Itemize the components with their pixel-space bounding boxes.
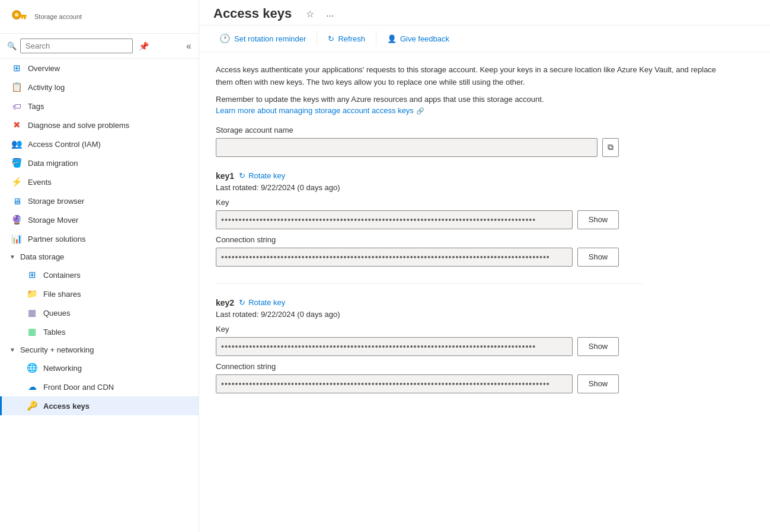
sidebar-item-label: Diagnose and solve problems <box>28 121 129 130</box>
give-feedback-label: Give feedback <box>400 34 449 43</box>
sidebar-item-label: Activity log <box>28 83 65 92</box>
key2-key-input[interactable] <box>216 337 573 356</box>
section-toggle-arrow: ▼ <box>9 254 15 260</box>
learn-more-label: Learn more about managing storage accoun… <box>216 106 414 115</box>
main-content: Access keys ☆ ... 🕐 Set rotation reminde… <box>199 0 770 532</box>
sidebar-item-label: Data migration <box>28 159 78 168</box>
sidebar-item-label: Tables <box>43 328 66 336</box>
sidebar-item-front-door[interactable]: ☁ Front Door and CDN <box>0 377 199 396</box>
toolbar: 🕐 Set rotation reminder ↻ Refresh 👤 Give… <box>199 25 770 52</box>
storage-account-name-row: ⧉ <box>216 138 619 157</box>
svg-rect-3 <box>24 17 26 20</box>
storage-account-name-label: Storage account name <box>216 126 753 134</box>
sidebar-item-label: Front Door and CDN <box>43 383 114 392</box>
learn-more-link[interactable]: Learn more about managing storage accoun… <box>216 106 424 115</box>
storage-account-label: Storage account <box>34 13 82 20</box>
rotate-key2-icon: ↻ <box>239 298 245 307</box>
show-key1-key-button[interactable]: Show <box>577 210 619 229</box>
sidebar-item-tags[interactable]: 🏷 Tags <box>0 97 199 116</box>
sidebar-item-storage-mover[interactable]: 🔮 Storage Mover <box>0 210 199 229</box>
sidebar-item-label: Partner solutions <box>28 235 86 243</box>
sidebar-item-label: Containers <box>43 271 81 280</box>
key1-connection-input[interactable] <box>216 248 573 267</box>
section-label: Security + networking <box>20 345 94 354</box>
diagnose-icon: ✖ <box>11 120 22 130</box>
key1-key-input[interactable] <box>216 210 573 229</box>
sidebar-item-data-migration[interactable]: 🪣 Data migration <box>0 153 199 172</box>
svg-point-1 <box>15 13 18 17</box>
give-feedback-button[interactable]: 👤 Give feedback <box>381 31 455 46</box>
key1-last-rotated: Last rotated: 9/22/2024 (0 days ago) <box>216 183 753 192</box>
sidebar-item-overview[interactable]: ⊞ Overview <box>0 59 199 78</box>
svg-rect-2 <box>20 15 27 17</box>
refresh-button[interactable]: ↻ Refresh <box>322 31 371 46</box>
toolbar-divider-2 <box>376 31 376 46</box>
tags-icon: 🏷 <box>11 101 22 111</box>
front-door-icon: ☁ <box>27 382 37 392</box>
collapse-sidebar-button[interactable]: « <box>186 41 191 52</box>
key1-connection-label: Connection string <box>216 235 753 244</box>
key2-key-label: Key <box>216 325 753 334</box>
rotate-key1-button[interactable]: ↻ Rotate key <box>239 171 285 180</box>
partner-solutions-icon: 📊 <box>11 233 22 244</box>
sidebar-item-queues[interactable]: ▦ Queues <box>0 303 199 322</box>
key2-connection-input[interactable] <box>216 374 573 393</box>
sidebar-item-containers[interactable]: ⊞ Containers <box>0 265 199 284</box>
page-title: Access keys <box>213 6 292 21</box>
refresh-icon: ↻ <box>328 34 334 43</box>
set-rotation-button[interactable]: 🕐 Set rotation reminder <box>213 30 312 47</box>
key2-connection-row: Show <box>216 374 619 393</box>
tables-icon: ▦ <box>27 326 37 337</box>
security-networking-toggle[interactable]: ▼ Security + networking <box>0 341 199 358</box>
pin-button[interactable]: 📌 <box>136 40 151 52</box>
favorite-button[interactable]: ☆ <box>303 7 317 21</box>
sidebar-item-label: Overview <box>28 64 60 73</box>
storage-mover-icon: 🔮 <box>11 214 22 225</box>
sidebar-item-tables[interactable]: ▦ Tables <box>0 322 199 341</box>
sidebar-item-networking[interactable]: 🌐 Networking <box>0 358 199 377</box>
show-key2-key-button[interactable]: Show <box>577 337 619 356</box>
key2-key-row: Show <box>216 337 619 356</box>
sidebar-item-activity-log[interactable]: 📋 Activity log <box>0 78 199 97</box>
key2-name: key2 <box>216 298 234 307</box>
containers-icon: ⊞ <box>27 270 37 280</box>
key2-last-rotated: Last rotated: 9/22/2024 (0 days ago) <box>216 310 753 319</box>
storage-account-icon <box>9 7 28 26</box>
reminder-text: Remember to update the keys with any Azu… <box>216 95 753 104</box>
key1-key-label: Key <box>216 198 753 207</box>
external-link-icon: 🔗 <box>416 107 424 114</box>
networking-icon: 🌐 <box>27 363 37 373</box>
search-icon: 🔍 <box>7 41 17 50</box>
data-storage-toggle[interactable]: ▼ Data storage <box>0 248 199 265</box>
section-toggle-arrow: ▼ <box>9 347 15 353</box>
key2-title: key2 ↻ Rotate key <box>216 298 753 307</box>
sidebar-item-partner-solutions[interactable]: 📊 Partner solutions <box>0 229 199 248</box>
sidebar-item-diagnose[interactable]: ✖ Diagnose and solve problems <box>0 116 199 134</box>
search-bar: 🔍 📌 « <box>0 34 199 59</box>
copy-storage-name-button[interactable]: ⧉ <box>602 138 619 157</box>
search-input[interactable] <box>20 39 133 53</box>
key2-section: key2 ↻ Rotate key Last rotated: 9/22/202… <box>216 298 753 398</box>
key1-title: key1 ↻ Rotate key <box>216 171 753 181</box>
sidebar-item-label: Tags <box>28 102 44 111</box>
sidebar-item-events[interactable]: ⚡ Events <box>0 172 199 191</box>
rotate-key2-button[interactable]: ↻ Rotate key <box>239 298 285 307</box>
key2-connection-label: Connection string <box>216 362 753 371</box>
sidebar-item-access-keys[interactable]: 🔑 Access keys <box>0 396 199 415</box>
refresh-label: Refresh <box>338 34 365 43</box>
more-options-button[interactable]: ... <box>324 7 336 20</box>
storage-account-name-input[interactable] <box>216 138 598 157</box>
sidebar-item-storage-browser[interactable]: 🖥 Storage browser <box>0 191 199 210</box>
svg-rect-4 <box>21 17 24 19</box>
sidebar-item-file-shares[interactable]: 📁 File shares <box>0 284 199 303</box>
show-key1-connection-button[interactable]: Show <box>577 248 619 267</box>
data-migration-icon: 🪣 <box>11 158 22 168</box>
copy-icon: ⧉ <box>608 142 614 152</box>
activity-log-icon: 📋 <box>11 82 22 92</box>
sidebar-item-access-control[interactable]: 👥 Access Control (IAM) <box>0 134 199 153</box>
sidebar-item-label: Events <box>28 178 52 187</box>
section-label: Data storage <box>20 252 64 261</box>
sidebar-item-label: File shares <box>43 290 81 299</box>
show-key2-connection-button[interactable]: Show <box>577 374 619 393</box>
overview-icon: ⊞ <box>11 63 22 73</box>
